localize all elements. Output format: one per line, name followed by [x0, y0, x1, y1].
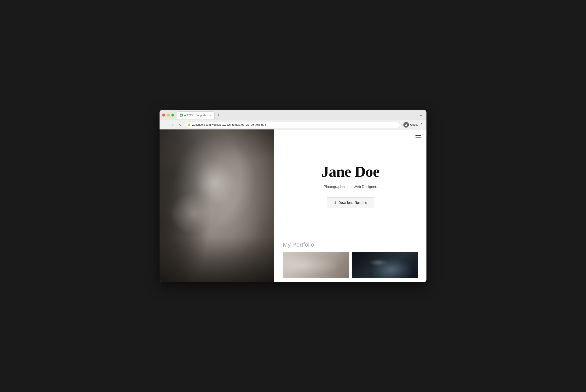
svg-point-0 [406, 124, 407, 124]
browser-menu-button[interactable]: ⋮ [419, 122, 424, 128]
forward-button[interactable]: › [170, 122, 176, 128]
maximize-button[interactable] [171, 114, 174, 116]
hamburger-line-3 [416, 137, 421, 138]
hamburger-line-2 [416, 136, 421, 136]
hero-subtitle: Photographer and Web Designer. [324, 185, 377, 189]
tab-more-button[interactable]: ⌄ [418, 112, 424, 118]
refresh-button[interactable]: ↻ [177, 122, 183, 128]
tab-title: W3.CSS Template [184, 114, 206, 117]
left-panel [159, 130, 274, 282]
profile-area: Guest ⋮ [403, 122, 424, 128]
portfolio-section: My Portfolio [274, 241, 427, 282]
profile-name: Guest [410, 123, 418, 126]
portfolio-thumb-2[interactable] [352, 252, 418, 278]
hero-name: Jane Doe [321, 163, 379, 180]
lock-icon: 🔒 [188, 123, 191, 126]
new-tab-button[interactable]: + [215, 112, 221, 118]
portfolio-grid [283, 252, 418, 278]
portfolio-title: My Portfolio [283, 241, 418, 248]
address-bar: ‹ › ↻ 🔒 w3schools.com/w3css/tryw3css_tem… [159, 120, 427, 130]
hero-content: Jane Doe Photographer and Web Designer. … [274, 130, 427, 241]
traffic-lights [162, 114, 174, 116]
portrait-photo [159, 130, 274, 282]
minimize-button[interactable] [167, 114, 170, 116]
browser-window: W3.CSS Template × + ⌄ ‹ › ↻ 🔒 w3schools.… [159, 110, 427, 282]
url-bar[interactable]: 🔒 w3schools.com/w3css/tryw3css_templates… [185, 122, 400, 128]
close-button[interactable] [162, 114, 165, 116]
profile-icon[interactable] [403, 122, 409, 128]
tab-close-button[interactable]: × [208, 113, 212, 117]
hamburger-menu[interactable] [416, 134, 421, 138]
hair-overlay [159, 130, 274, 282]
tab-favicon [180, 114, 183, 116]
site-content: Jane Doe Photographer and Web Designer. … [159, 130, 427, 282]
right-panel: Jane Doe Photographer and Web Designer. … [274, 130, 427, 282]
tab-bar: W3.CSS Template × + ⌄ [177, 112, 424, 119]
download-resume-button[interactable]: ⬇ Download Resume [327, 198, 374, 208]
title-bar: W3.CSS Template × + ⌄ [159, 110, 427, 120]
active-tab[interactable]: W3.CSS Template × [177, 112, 215, 119]
download-icon: ⬇ [334, 201, 336, 205]
url-text: w3schools.com/w3css/tryw3css_templates_b… [192, 123, 266, 126]
hamburger-line-1 [416, 134, 421, 134]
download-btn-label: Download Resume [339, 201, 367, 205]
portfolio-thumb-1[interactable] [283, 252, 349, 278]
back-button[interactable]: ‹ [162, 122, 168, 128]
